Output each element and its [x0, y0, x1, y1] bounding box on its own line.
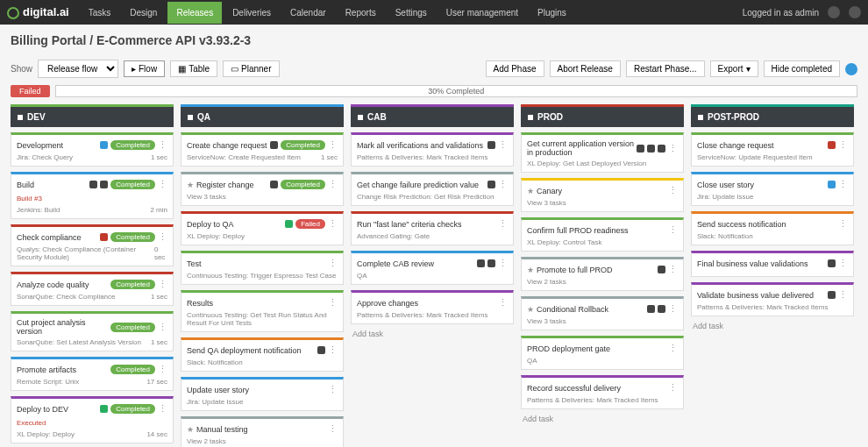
task-type-icon — [100, 181, 108, 188]
task-card[interactable]: Send success notification⋮Slack: Notific… — [691, 211, 854, 245]
nav-tasks[interactable]: Tasks — [80, 2, 120, 24]
task-card[interactable]: Mark all verifications and validations⋮P… — [351, 132, 514, 167]
more-icon[interactable]: ⋮ — [328, 258, 338, 269]
view-flow-button[interactable]: ▸ Flow — [124, 60, 165, 77]
more-icon[interactable]: ⋮ — [838, 289, 848, 301]
task-card[interactable]: Complete CAB review⋮QA — [351, 251, 514, 285]
more-icon[interactable]: ⋮ — [158, 139, 167, 151]
task-card[interactable]: DevelopmentCompleted⋮Jira: Check Query1 … — [11, 132, 174, 167]
task-card[interactable]: Cut project analysis versionCompleted⋮So… — [11, 311, 174, 351]
more-icon[interactable]: ⋮ — [838, 218, 848, 230]
task-card[interactable]: Get change failure prediction value⋮Chan… — [351, 172, 514, 206]
more-icon[interactable]: ⋮ — [158, 403, 167, 415]
hide-completed-button[interactable]: Hide completed — [764, 60, 840, 77]
task-card[interactable]: Test⋮Continuous Testing: Trigger Espress… — [181, 251, 344, 285]
task-card[interactable]: BuildCompleted⋮Build #3Jenkins: Build2 m… — [11, 172, 174, 219]
task-card[interactable]: Promote artifactsCompleted⋮Remote Script… — [11, 357, 174, 391]
export-button[interactable]: Export ▾ — [710, 60, 758, 77]
view-table-button[interactable]: ▦ Table — [170, 60, 217, 77]
nav-calendar[interactable]: Calendar — [281, 2, 335, 24]
more-icon[interactable]: ⋮ — [498, 179, 508, 190]
help-icon[interactable] — [828, 6, 840, 18]
more-icon[interactable]: ⋮ — [668, 143, 678, 154]
column-header: CAB — [351, 104, 514, 127]
task-card[interactable]: ★Promote to full PROD⋮View 2 tasks — [521, 257, 684, 291]
nav-deliveries[interactable]: Deliveries — [224, 2, 280, 24]
more-icon[interactable]: ⋮ — [668, 303, 678, 315]
more-icon[interactable]: ⋮ — [668, 343, 678, 354]
nav-settings[interactable]: Settings — [387, 2, 436, 24]
task-card[interactable]: Close change request⋮ServiceNow: Update … — [691, 132, 854, 167]
nav-reports[interactable]: Reports — [337, 2, 385, 24]
view-planner-button[interactable]: ▭ Planner — [223, 60, 279, 77]
nav-plugins[interactable]: Plugins — [529, 2, 575, 24]
task-card[interactable]: ★Canary⋮View 3 tasks — [521, 178, 684, 212]
column-qa: QACreate change requestCompleted⋮Service… — [181, 104, 344, 447]
task-card[interactable]: Validate business value delivered⋮Patter… — [691, 282, 854, 316]
task-card[interactable]: ★Register changeCompleted⋮View 3 tasks — [181, 172, 344, 206]
more-icon[interactable]: ⋮ — [158, 322, 167, 333]
more-icon[interactable]: ⋮ — [158, 279, 167, 290]
restart-phase-button[interactable]: Restart Phase... — [626, 60, 705, 77]
task-card[interactable]: Check complianceCompleted⋮Qualys: Check … — [11, 224, 174, 266]
task-card[interactable]: Final business value validations⋮ — [691, 251, 854, 277]
task-type-icon — [100, 405, 108, 413]
more-icon[interactable]: ⋮ — [498, 139, 508, 151]
task-card[interactable]: Create change requestCompleted⋮ServiceNo… — [181, 132, 344, 167]
task-card[interactable]: Analyze code qualityCompleted⋮SonarQube:… — [11, 272, 174, 306]
task-card[interactable]: ★Manual testing⋮View 2 tasks — [181, 416, 344, 447]
more-icon[interactable]: ⋮ — [838, 139, 848, 151]
task-card[interactable]: Update user story⋮Jira: Update Issue — [181, 377, 344, 411]
more-icon[interactable]: ⋮ — [158, 179, 167, 190]
task-card[interactable]: PROD deployment gate⋮QA — [521, 336, 684, 370]
show-select[interactable]: Release flow — [38, 60, 118, 78]
column-prod: PRODGet current application version in p… — [521, 104, 684, 429]
more-icon[interactable]: ⋮ — [328, 344, 338, 356]
task-card[interactable]: Approve changes⋮Patterns & Deliveries: M… — [351, 290, 514, 324]
more-icon[interactable]: ⋮ — [498, 218, 508, 230]
task-card[interactable]: Run "fast lane" criteria checks⋮Advanced… — [351, 211, 514, 245]
add-task-link[interactable]: Add task — [691, 316, 854, 336]
more-icon[interactable]: ⋮ — [158, 231, 167, 243]
task-card[interactable]: Confirm full PROD readiness⋮XL Deploy: C… — [521, 217, 684, 252]
settings-icon[interactable] — [849, 6, 861, 18]
more-icon[interactable]: ⋮ — [328, 384, 338, 395]
task-subtitle: Slack: Notification — [697, 232, 848, 240]
task-card[interactable]: Send QA deployment notification⋮Slack: N… — [181, 337, 344, 372]
task-title: Deploy to QA — [187, 220, 285, 229]
more-icon[interactable]: ⋮ — [328, 179, 338, 190]
add-phase-button[interactable]: Add Phase — [486, 60, 544, 77]
more-icon[interactable]: ⋮ — [328, 423, 338, 435]
more-icon[interactable]: ⋮ — [668, 382, 678, 394]
more-icon[interactable]: ⋮ — [838, 258, 848, 269]
more-icon[interactable]: ⋮ — [498, 258, 508, 269]
more-icon[interactable]: ⋮ — [328, 218, 338, 230]
task-extra: Executed — [17, 417, 167, 429]
task-card[interactable]: Record successful delivery⋮Patterns & De… — [521, 375, 684, 409]
more-icon[interactable]: ⋮ — [668, 185, 678, 196]
nav-releases[interactable]: Releases — [167, 2, 222, 24]
task-subtitle: Patterns & Deliveries: Mark Tracked Item… — [357, 311, 508, 319]
more-icon[interactable]: ⋮ — [158, 364, 167, 375]
task-card[interactable]: ★Conditional Rollback⋮View 3 tasks — [521, 296, 684, 330]
abort-release-button[interactable]: Abort Release — [550, 60, 621, 77]
task-card[interactable]: Deploy to QAFailed⋮XL Deploy: Deploy — [181, 211, 344, 245]
activity-icon[interactable] — [845, 63, 857, 75]
more-icon[interactable]: ⋮ — [668, 264, 678, 275]
column-header: POST-PROD — [691, 104, 854, 127]
status-badge: Completed — [110, 280, 155, 289]
more-icon[interactable]: ⋮ — [668, 224, 678, 236]
more-icon[interactable]: ⋮ — [328, 297, 338, 309]
task-card[interactable]: Get current application version in produ… — [521, 132, 684, 173]
nav-user-management[interactable]: User management — [438, 2, 527, 24]
nav-design[interactable]: Design — [121, 2, 166, 24]
task-card[interactable]: Deploy to DEVCompleted⋮ExecutedXL Deploy… — [11, 396, 174, 443]
task-card[interactable]: Results⋮Continuous Testing: Get Test Run… — [181, 290, 344, 332]
main-nav: TasksDesignReleasesDeliveriesCalendarRep… — [80, 2, 575, 24]
more-icon[interactable]: ⋮ — [838, 179, 848, 190]
add-task-link[interactable]: Add task — [521, 409, 684, 429]
more-icon[interactable]: ⋮ — [328, 139, 338, 151]
task-card[interactable]: Close user story⋮Jira: Update Issue — [691, 172, 854, 206]
add-task-link[interactable]: Add task — [351, 324, 514, 344]
more-icon[interactable]: ⋮ — [498, 297, 508, 309]
